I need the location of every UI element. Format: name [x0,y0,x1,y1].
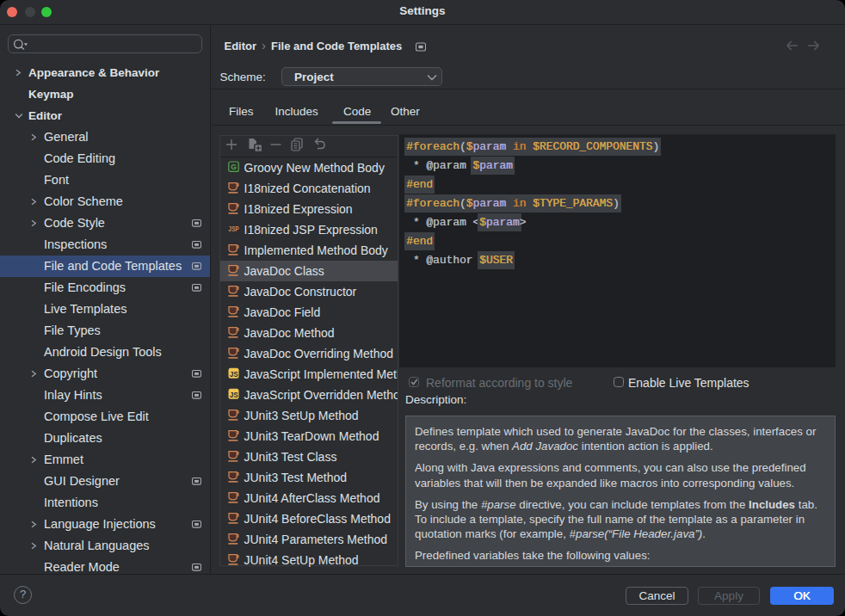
svg-text:JSP: JSP [228,225,239,233]
svg-text:G: G [231,163,237,171]
